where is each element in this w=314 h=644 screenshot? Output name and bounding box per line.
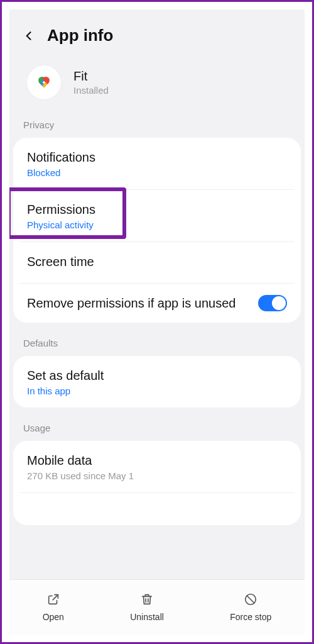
section-usage-label: Usage bbox=[9, 419, 305, 441]
force-stop-label: Force stop bbox=[230, 612, 271, 622]
open-label: Open bbox=[43, 612, 64, 622]
uninstall-label: Uninstall bbox=[130, 612, 164, 622]
uninstall-button[interactable]: Uninstall bbox=[130, 592, 164, 622]
remove-permissions-title: Remove permissions if app is unused bbox=[27, 295, 248, 311]
privacy-card: Notifications Blocked Permissions Physic… bbox=[13, 138, 301, 323]
mobile-data-title: Mobile data bbox=[27, 452, 287, 469]
remove-permissions-switch[interactable] bbox=[258, 295, 287, 311]
open-icon bbox=[46, 592, 60, 608]
app-name: Fit bbox=[73, 69, 109, 84]
defaults-card: Set as default In this app bbox=[13, 356, 301, 408]
truncated-item bbox=[13, 493, 301, 525]
section-defaults-label: Defaults bbox=[9, 334, 305, 356]
set-default-sub: In this app bbox=[27, 386, 287, 396]
usage-card: Mobile data 270 KB used since May 1 bbox=[13, 441, 301, 525]
stop-icon bbox=[244, 592, 257, 608]
permissions-title: Permissions bbox=[27, 201, 287, 218]
remove-permissions-item[interactable]: Remove permissions if app is unused bbox=[13, 284, 301, 323]
bottom-action-bar: Open Uninstall Force stop bbox=[9, 579, 305, 635]
screen-time-item[interactable]: Screen time bbox=[13, 242, 301, 283]
set-default-item[interactable]: Set as default In this app bbox=[13, 356, 301, 408]
back-icon[interactable] bbox=[22, 29, 36, 43]
permissions-item[interactable]: Permissions Physical activity bbox=[13, 190, 301, 242]
mobile-data-sub: 270 KB used since May 1 bbox=[27, 470, 287, 481]
app-status: Installed bbox=[73, 85, 109, 96]
trash-icon bbox=[140, 592, 154, 608]
app-icon bbox=[27, 65, 61, 99]
force-stop-button[interactable]: Force stop bbox=[230, 592, 271, 622]
mobile-data-item[interactable]: Mobile data 270 KB used since May 1 bbox=[13, 441, 301, 492]
set-default-title: Set as default bbox=[27, 367, 287, 384]
open-button[interactable]: Open bbox=[43, 592, 64, 622]
permissions-sub: Physical activity bbox=[27, 219, 287, 230]
notifications-title: Notifications bbox=[27, 149, 287, 165]
notifications-item[interactable]: Notifications Blocked bbox=[13, 138, 301, 189]
notifications-sub: Blocked bbox=[27, 167, 287, 178]
section-privacy-label: Privacy bbox=[9, 116, 305, 138]
svg-line-1 bbox=[247, 596, 254, 603]
app-summary: Fit Installed bbox=[9, 57, 305, 116]
screen-time-title: Screen time bbox=[27, 253, 287, 270]
page-title: App info bbox=[47, 26, 113, 45]
